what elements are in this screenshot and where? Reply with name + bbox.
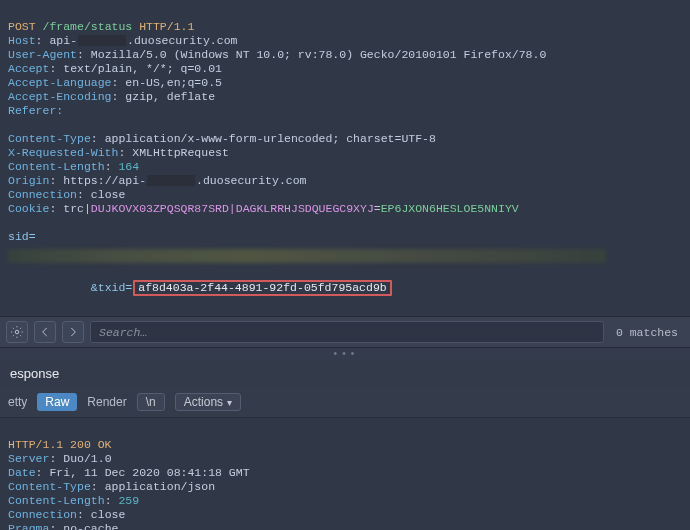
request-path: /frame/status xyxy=(43,20,133,33)
chevron-down-icon: ▾ xyxy=(227,397,232,408)
redacted-origin xyxy=(147,175,195,186)
search-wrap[interactable] xyxy=(90,321,604,343)
arrow-left-icon xyxy=(38,325,52,339)
drag-handle[interactable]: ••• xyxy=(0,348,690,360)
status-line: HTTP/1.1 200 OK xyxy=(8,438,112,451)
redacted-host xyxy=(78,35,126,46)
actions-menu[interactable]: Actions▾ xyxy=(175,393,241,411)
tab-raw[interactable]: Raw xyxy=(37,393,77,411)
arrow-right-icon xyxy=(66,325,80,339)
match-count: 0 matches xyxy=(610,326,684,339)
response-section-header: esponse xyxy=(0,360,690,387)
tab-render[interactable]: Render xyxy=(87,395,126,409)
http-method: POST xyxy=(8,20,36,33)
redacted-sid-strip xyxy=(8,249,606,263)
gear-button[interactable] xyxy=(6,321,28,343)
tab-pretty[interactable]: etty xyxy=(8,395,27,409)
response-tabs: etty Raw Render \n Actions▾ xyxy=(0,387,690,418)
newline-toggle[interactable]: \n xyxy=(137,393,165,411)
param-sid: sid= xyxy=(8,230,36,243)
forward-button[interactable] xyxy=(62,321,84,343)
response-pane: HTTP/1.1 200 OK Server: Duo/1.0 Date: Fr… xyxy=(0,418,690,530)
txid-highlight: af8d403a-2f44-4891-92fd-05fd795acd9b xyxy=(133,280,391,296)
http-proto: HTTP/1.1 xyxy=(139,20,194,33)
svg-point-0 xyxy=(15,330,19,334)
back-button[interactable] xyxy=(34,321,56,343)
gear-icon xyxy=(10,325,24,339)
search-input[interactable] xyxy=(99,326,595,339)
search-toolbar: 0 matches xyxy=(0,316,690,348)
request-pane: POST /frame/status HTTP/1.1 Host: api-.d… xyxy=(0,0,690,316)
